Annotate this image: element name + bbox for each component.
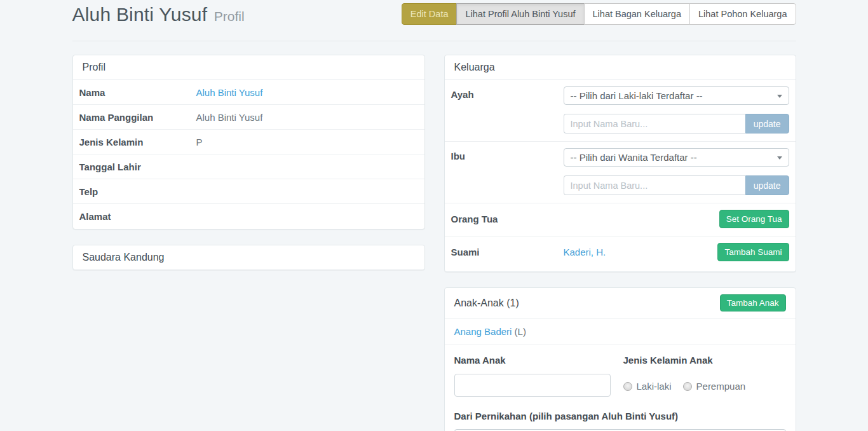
suami-row: Suami Kaderi, H. Tambah Suami	[445, 236, 796, 271]
tab-lihat-bagan-keluarga[interactable]: Lihat Bagan Keluarga	[584, 3, 690, 25]
caret-down-icon	[777, 95, 782, 98]
child-list-item: Anang Baderi (L)	[445, 318, 796, 345]
ayah-select-value: -- Pilih dari Laki-laki Terdaftar --	[571, 90, 703, 101]
saudara-kandung-panel-title: Saudara Kandung	[73, 245, 424, 270]
set-orang-tua-button[interactable]: Set Orang Tua	[719, 210, 789, 228]
row-value: P	[196, 137, 203, 147]
jenis-kelamin-anak-label: Jenis Kelamin Anak	[623, 355, 786, 366]
page-container: Aluh Binti Yusuf Profil Edit Data Lihat …	[72, 0, 796, 431]
dari-pernikahan-label: Dari Pernikahan (pilih pasangan Aluh Bin…	[454, 411, 786, 421]
ayah-select[interactable]: -- Pilih dari Laki-laki Terdaftar --	[564, 86, 789, 105]
radio-perempuan[interactable]: Perempuan	[683, 381, 746, 392]
ibu-input-group: update	[564, 175, 789, 195]
table-row-alamat: Alamat	[73, 204, 424, 229]
row-label: Alamat	[79, 211, 196, 222]
header-divider	[72, 41, 796, 41]
orang-tua-row: Orang Tua Set Orang Tua	[445, 203, 796, 236]
ayah-update-button[interactable]: update	[745, 114, 789, 133]
nama-anak-input[interactable]	[454, 374, 611, 397]
ibu-select[interactable]: -- Pilih dari Wanita Terdaftar --	[564, 148, 789, 167]
row-label: Nama	[79, 87, 196, 98]
saudara-kandung-panel: Saudara Kandung	[72, 245, 425, 270]
tambah-anak-header-button[interactable]: Tambah Anak	[720, 294, 786, 311]
table-row-nama-panggilan: Nama Panggilan Aluh Binti Yusuf	[73, 105, 424, 130]
tambah-suami-button[interactable]: Tambah Suami	[717, 243, 789, 261]
table-row-telp: Telp	[73, 179, 424, 204]
ayah-input-group: update	[564, 114, 789, 133]
profil-panel: Profil Nama Aluh Binti Yusuf Nama Panggi…	[72, 55, 425, 229]
anak-anak-panel-title: Anak-Anak (1)	[454, 298, 519, 309]
ayah-name-input[interactable]	[564, 114, 745, 133]
jenis-kelamin-radio-group: Laki-laki Perempuan	[623, 381, 786, 392]
ayah-row: Ayah -- Pilih dari Laki-laki Terdaftar -…	[445, 80, 796, 142]
row-label: Telp	[79, 186, 196, 197]
table-row-jenis-kelamin: Jenis Kelamin P	[73, 130, 424, 154]
keluarga-panel: Keluarga Ayah -- Pilih dari Laki-laki Te…	[444, 55, 796, 272]
profil-panel-title: Profil	[73, 55, 424, 80]
row-value: Aluh Binti Yusuf	[196, 112, 263, 123]
view-tab-group: Edit Data Lihat Profil Aluh Binti Yusuf …	[402, 3, 796, 25]
ibu-name-input[interactable]	[564, 175, 745, 195]
radio-laki-laki-label: Laki-laki	[637, 381, 672, 392]
tab-edit-data[interactable]: Edit Data	[402, 3, 458, 25]
ayah-label: Ayah	[451, 86, 564, 100]
radio-button-icon	[683, 382, 692, 391]
orang-tua-label: Orang Tua	[451, 214, 564, 224]
right-column: Keluarga Ayah -- Pilih dari Laki-laki Te…	[444, 55, 796, 431]
ibu-update-button[interactable]: update	[745, 175, 789, 195]
ibu-label: Ibu	[451, 148, 564, 161]
nama-link[interactable]: Aluh Binti Yusuf	[196, 87, 263, 98]
anak-anak-panel-heading: Anak-Anak (1) Tambah Anak	[445, 288, 796, 318]
nama-anak-label: Nama Anak	[454, 355, 611, 366]
table-row-nama: Nama Aluh Binti Yusuf	[73, 80, 424, 105]
tab-lihat-pohon-keluarga[interactable]: Lihat Pohon Keluarga	[689, 3, 796, 25]
page-header: Aluh Binti Yusuf Profil Edit Data Lihat …	[72, 0, 796, 32]
radio-laki-laki[interactable]: Laki-laki	[623, 381, 672, 392]
ibu-select-value: -- Pilih dari Wanita Terdaftar --	[571, 152, 697, 163]
add-child-form: Nama Anak Jenis Kelamin Anak Laki-laki	[445, 345, 796, 431]
page-title: Aluh Binti Yusuf	[72, 4, 208, 25]
caret-down-icon	[777, 156, 782, 160]
row-label: Jenis Kelamin	[79, 137, 196, 147]
radio-button-icon	[623, 382, 632, 391]
anak-anak-panel: Anak-Anak (1) Tambah Anak Anang Baderi (…	[444, 287, 796, 431]
suami-label: Suami	[451, 247, 564, 257]
child-name-link[interactable]: Anang Baderi	[454, 326, 512, 337]
row-label: Nama Panggilan	[79, 112, 196, 123]
radio-perempuan-label: Perempuan	[696, 381, 746, 392]
keluarga-panel-title: Keluarga	[445, 55, 796, 80]
child-gender-label: (L)	[515, 326, 526, 337]
left-column: Profil Nama Aluh Binti Yusuf Nama Panggi…	[72, 55, 425, 285]
suami-link[interactable]: Kaderi, H.	[564, 247, 606, 257]
page-subtitle: Profil	[214, 9, 245, 24]
tab-lihat-profil[interactable]: Lihat Profil Aluh Binti Yusuf	[456, 3, 584, 25]
ibu-row: Ibu -- Pilih dari Wanita Terdaftar -- up…	[445, 142, 796, 203]
row-label: Tanggal Lahir	[79, 161, 196, 172]
table-row-tanggal-lahir: Tanggal Lahir	[73, 154, 424, 179]
